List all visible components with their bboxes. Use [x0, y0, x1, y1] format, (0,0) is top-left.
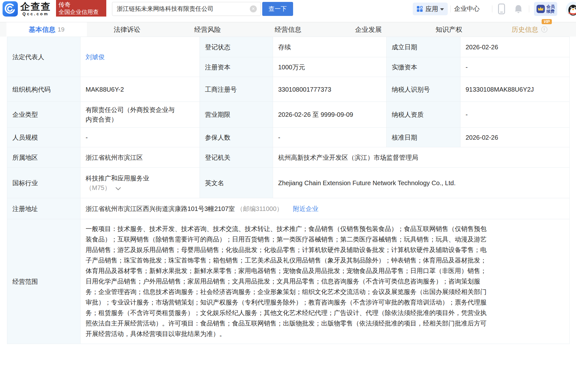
field-label-biz-reg-no: 工商注册号	[200, 77, 273, 102]
logo-title: 企查查	[20, 2, 51, 12]
company-info-table: 法定代表人 刘虓俊 登记状态 存续 成立日期 2026-02-26 注册资本 1…	[7, 37, 570, 344]
top-header: 企查查 Qcc.com 传奇 全国企业信用查询 ✕ 查一下 应用 企业中心	[0, 0, 576, 18]
field-value-biz-term: 2026-02-26 至 9999-09-09	[273, 102, 387, 128]
field-label-industry: 国标行业	[7, 168, 81, 198]
tab-intellectual-property[interactable]: 知识产权	[409, 22, 489, 37]
nearby-companies-link[interactable]: 附近企业	[293, 205, 318, 212]
notifications-button[interactable]	[514, 4, 523, 15]
mobile-app-button[interactable]	[498, 4, 505, 16]
field-label-paid-capital: 实缴资本	[387, 57, 460, 77]
apps-menu-button[interactable]: 应用	[413, 3, 448, 15]
legal-rep-link[interactable]: 刘虓俊	[86, 53, 105, 60]
chevron-down-icon[interactable]	[116, 187, 121, 191]
info-icon[interactable]: i	[541, 26, 547, 32]
field-value-industry: 科技推广和应用服务业 （M75）	[81, 168, 200, 198]
business-scope-text: 一般项目：技术服务、技术开发、技术咨询、技术交流、技术转让、技术推广；食品销售（…	[86, 222, 490, 340]
industry-code: （M75）	[86, 184, 111, 191]
field-value-reg-status: 存续	[273, 37, 387, 57]
apps-label: 应用	[425, 5, 438, 13]
field-value-paid-capital: -	[460, 57, 570, 77]
field-value-insured-count: -	[273, 128, 387, 147]
field-label-address: 注册地址	[7, 198, 81, 219]
promo-line2: 全国企业信用查询	[59, 9, 104, 23]
search-button[interactable]: 查一下	[262, 2, 293, 16]
qcc-logo[interactable]: 企查查 Qcc.com	[3, 1, 51, 17]
field-label-english-name: 英文名	[200, 168, 273, 198]
field-label-approval-date: 核准日期	[387, 128, 460, 147]
bell-icon	[514, 4, 523, 13]
field-label-biz-term: 营业期限	[200, 102, 273, 128]
tab-label: 经营信息	[275, 25, 301, 34]
tab-label: 历史信息	[512, 25, 538, 34]
phone-icon	[498, 4, 505, 14]
field-value-reg-capital: 1000万元	[273, 57, 387, 77]
header-divider	[529, 5, 529, 12]
promo-line1: 传奇	[59, 1, 104, 9]
field-value-est-date: 2026-02-26	[460, 37, 570, 57]
tab-operation-info[interactable]: 经营信息	[248, 22, 328, 37]
field-label-company-type: 企业类型	[7, 102, 81, 128]
search-clear-icon[interactable]: ✕	[250, 5, 257, 12]
logo-subtitle: Qcc.com	[23, 12, 49, 16]
field-value-biz-reg-no: 330108001777373	[273, 77, 387, 102]
field-value-address: 浙江省杭州市滨江区西兴街道滨康路101号3幢2107室 （邮编311000） 附…	[81, 198, 570, 219]
field-value-org-code: MAK88U6Y-2	[81, 77, 200, 102]
field-label-business-scope: 经营范围	[7, 219, 81, 344]
caret-down-icon	[440, 8, 444, 10]
field-value-business-scope: 一般项目：技术服务、技术开发、技术咨询、技术交流、技术转让、技术推广；食品销售（…	[81, 219, 570, 344]
field-value-legal-rep: 刘虓俊	[81, 37, 200, 77]
field-value-staff-size: -	[81, 128, 200, 147]
tab-legal-litigation[interactable]: 法律诉讼	[87, 22, 167, 37]
tab-company-development[interactable]: 企业发展	[328, 22, 409, 37]
field-label-reg-capital: 注册资本	[200, 57, 273, 77]
qcc-logo-icon	[3, 1, 18, 17]
vip-label-line1: 会员	[546, 4, 555, 9]
tab-operation-risk[interactable]: 经营风险	[167, 22, 248, 37]
tab-label: 知识产权	[436, 25, 462, 34]
tab-history-info[interactable]: 历史信息 VIP i	[489, 22, 570, 37]
tab-basic-info[interactable]: 基本信息 19	[6, 22, 87, 37]
field-value-company-type: 有限责任公司（外商投资企业与内资合资）	[81, 102, 200, 128]
header-divider	[492, 5, 492, 12]
apps-grid-icon	[417, 6, 423, 12]
search-input[interactable]	[112, 5, 250, 12]
field-label-taxpayer-id: 纳税人识别号	[387, 77, 460, 102]
vip-label-line2: 续费	[546, 9, 555, 14]
field-value-reg-authority: 杭州高新技术产业开发区（滨江）市场监督管理局	[273, 147, 570, 168]
field-value-taxpayer-id: 91330108MAK88U6Y2J	[460, 77, 570, 102]
crown-icon	[537, 5, 545, 13]
search-box: ✕	[112, 2, 261, 16]
tab-count: 19	[58, 26, 64, 33]
field-label-org-code: 组织机构代码	[7, 77, 81, 102]
address-postcode: （邮编311000）	[237, 205, 283, 212]
address-text: 浙江省杭州市滨江区西兴街道滨康路101号3幢2107室	[86, 205, 235, 212]
vip-renew-button[interactable]: 会员 续费	[534, 2, 557, 16]
tab-label: 经营风险	[194, 25, 221, 34]
field-label-reg-status: 登记状态	[200, 37, 273, 57]
field-label-taxpayer-qual: 纳税人资质	[387, 102, 460, 128]
field-label-est-date: 成立日期	[387, 37, 460, 57]
header-divider	[450, 5, 451, 12]
field-value-taxpayer-qual: -	[460, 102, 570, 128]
field-value-approval-date: 2026-02-26	[460, 128, 570, 147]
field-value-region: 浙江省杭州市滨江区	[81, 147, 200, 168]
vip-badge: VIP	[542, 19, 551, 24]
field-label-reg-authority: 登记机关	[200, 147, 273, 168]
penguin-icon	[566, 2, 576, 16]
penguin-avatar[interactable]	[566, 2, 576, 16]
field-value-english-name: Zhejiang Chain Extension Future Network …	[273, 168, 570, 198]
section-tabbar: 基本信息 19 法律诉讼 经营风险 经营信息 企业发展 知识产权 历史信息 VI…	[0, 22, 576, 37]
field-label-region: 所属地区	[7, 147, 81, 168]
enterprise-center-link[interactable]: 企业中心	[454, 4, 480, 13]
field-label-legal-rep: 法定代表人	[7, 37, 81, 77]
tab-label: 基本信息	[29, 25, 55, 34]
promo-banner: 传奇 全国企业信用查询	[56, 0, 106, 17]
tab-label: 法律诉讼	[114, 25, 140, 34]
field-label-insured-count: 参保人数	[200, 128, 273, 147]
tab-label: 企业发展	[355, 25, 382, 34]
field-label-staff-size: 人员规模	[7, 128, 81, 147]
